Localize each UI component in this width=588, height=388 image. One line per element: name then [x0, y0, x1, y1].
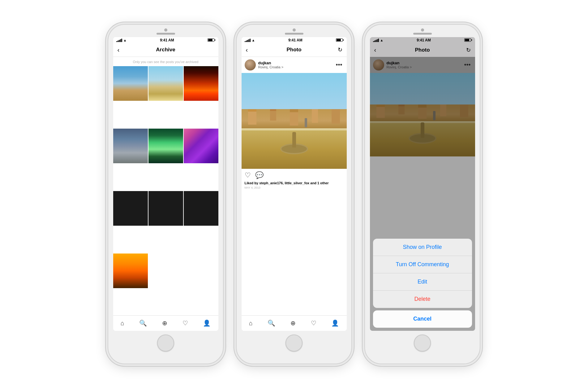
bar5 — [121, 39, 122, 42]
like-button-2[interactable]: ♡ — [245, 171, 251, 179]
cancel-button[interactable]: Cancel — [373, 310, 472, 328]
battery-3 — [464, 38, 472, 42]
back-button-2[interactable]: ‹ — [246, 46, 255, 53]
grid-cell-3[interactable] — [184, 66, 218, 101]
grid-cell-4[interactable] — [113, 129, 148, 163]
post-header-2: dujkan Rovinj, Croatia > ••• — [242, 57, 347, 73]
liker-2[interactable]: little_silver_fox — [285, 181, 309, 185]
time-3: 9:41 AM — [417, 38, 431, 42]
signal-3: ▲ — [373, 38, 384, 42]
status-bar-3: ▲ 9:41 AM — [370, 37, 475, 43]
wifi-icon: ▲ — [123, 38, 127, 42]
archive-subtitle: Only you can see the posts you've archiv… — [113, 57, 218, 66]
post-likes-2: Liked by steph_anie176, little_silver_fo… — [242, 181, 347, 185]
photo-grid — [113, 66, 218, 315]
bar1 — [116, 41, 117, 42]
battery-fill — [208, 39, 212, 41]
post-image-2 — [242, 73, 347, 169]
tab-bar-2: ⌂ 🔍 ⊕ ♡ 👤 — [242, 315, 347, 331]
battery-2 — [336, 38, 344, 42]
grid-cell-9[interactable] — [184, 191, 218, 226]
screen-2: ▲ 9:41 AM ‹ Photo ↻ — [242, 37, 347, 331]
camera-3 — [421, 28, 424, 32]
back-button-3[interactable]: ‹ — [374, 46, 384, 53]
grid-cell-10[interactable] — [113, 254, 148, 288]
user-info-2: dujkan Rovinj, Croatia > — [258, 61, 335, 69]
nav-bar-3: ‹ Photo ↻ — [370, 43, 475, 57]
grid-cell-7[interactable] — [113, 191, 148, 226]
bar4 — [120, 39, 121, 42]
grid-cell-11 — [148, 254, 183, 288]
nav-bar-2: ‹ Photo ↻ — [242, 43, 347, 57]
nav-bar-1: ‹ Archive — [113, 43, 218, 57]
bar2 — [118, 41, 118, 42]
grid-cell-5[interactable] — [148, 129, 183, 163]
tab-search-1[interactable]: 🔍 — [139, 319, 147, 327]
speaker-2 — [285, 33, 303, 35]
action-sheet: Show on Profile Turn Off Commenting Edit… — [370, 239, 475, 331]
phone-3: ▲ 9:41 AM ‹ Photo ↻ — [364, 24, 480, 364]
nav-title-1: Archive — [127, 47, 205, 53]
and-others: and 1 other — [309, 181, 328, 185]
wifi-icon-3: ▲ — [380, 38, 384, 42]
avatar-2 — [245, 59, 256, 70]
speaker-1 — [157, 33, 175, 35]
grid-cell-1[interactable] — [113, 66, 148, 101]
dimmed-content: dujkan Rovinj, Croatia > ••• — [370, 57, 475, 331]
grid-cell-2[interactable] — [148, 66, 183, 101]
comment-button-2[interactable]: 💬 — [255, 171, 264, 179]
post-date-2: MAY 4, 2013 — [242, 185, 347, 191]
home-button-1[interactable] — [157, 335, 174, 352]
status-bar-2: ▲ 9:41 AM — [242, 37, 347, 43]
refresh-button-3[interactable]: ↻ — [461, 47, 471, 53]
phone-top-1 — [108, 25, 223, 37]
liker-1[interactable]: steph_anie176 — [259, 181, 283, 185]
tab-add-2[interactable]: ⊕ — [290, 319, 296, 327]
tab-search-2[interactable]: 🔍 — [268, 319, 275, 327]
tab-profile-1[interactable]: 👤 — [203, 319, 211, 327]
grid-cell-12 — [184, 254, 218, 288]
bar3 — [119, 40, 120, 42]
edit-button[interactable]: Edit — [373, 273, 472, 291]
battery-body — [208, 38, 214, 42]
tab-home-1[interactable]: ⌂ — [121, 320, 124, 327]
phone-top-2 — [237, 25, 351, 37]
likes-text-2: Liked by — [245, 181, 260, 185]
camera-2 — [293, 28, 296, 32]
turn-off-commenting-button[interactable]: Turn Off Commenting — [373, 256, 472, 273]
more-button-2[interactable]: ••• — [334, 61, 343, 68]
phone-top-3 — [365, 25, 480, 37]
tab-home-2[interactable]: ⌂ — [249, 320, 253, 327]
screen-1: ▲ 9:41 AM ‹ Archive Only you can see the… — [113, 37, 218, 331]
grid-cell-8[interactable] — [148, 191, 183, 226]
time-2: 9:41 AM — [288, 38, 303, 42]
tab-heart-2[interactable]: ♡ — [311, 319, 316, 327]
signal-2: ▲ — [245, 38, 255, 42]
speaker-3 — [413, 33, 432, 35]
screen-3: ▲ 9:41 AM ‹ Photo ↻ — [370, 37, 475, 331]
grid-cell-6[interactable] — [184, 129, 218, 163]
back-button-1[interactable]: ‹ — [118, 46, 127, 53]
username-2[interactable]: dujkan — [258, 61, 335, 65]
delete-button[interactable]: Delete — [373, 291, 472, 308]
location-2[interactable]: Rovinj, Croatia > — [258, 65, 335, 69]
phone-1: ▲ 9:41 AM ‹ Archive Only you can see the… — [108, 24, 224, 364]
battery-1 — [208, 38, 215, 42]
action-sheet-group: Show on Profile Turn Off Commenting Edit… — [373, 239, 472, 308]
tab-bar-1: ⌂ 🔍 ⊕ ♡ 👤 — [113, 315, 218, 331]
tab-profile-2[interactable]: 👤 — [331, 319, 339, 327]
post-actions-2: ♡ 💬 — [242, 169, 347, 181]
camera-1 — [164, 28, 167, 32]
nav-title-2: Photo — [255, 47, 333, 53]
tab-add-1[interactable]: ⊕ — [162, 319, 167, 327]
home-button-3[interactable] — [414, 335, 431, 352]
wifi-icon-2: ▲ — [252, 38, 255, 42]
phone-2: ▲ 9:41 AM ‹ Photo ↻ — [236, 24, 352, 364]
phones-container: ▲ 9:41 AM ‹ Archive Only you can see the… — [101, 18, 487, 370]
home-button-2[interactable] — [285, 335, 303, 352]
refresh-button-2[interactable]: ↻ — [333, 46, 342, 53]
tab-heart-1[interactable]: ♡ — [182, 319, 188, 327]
signal-1: ▲ — [116, 38, 127, 42]
time-1: 9:41 AM — [160, 38, 174, 42]
show-on-profile-button[interactable]: Show on Profile — [373, 239, 472, 256]
